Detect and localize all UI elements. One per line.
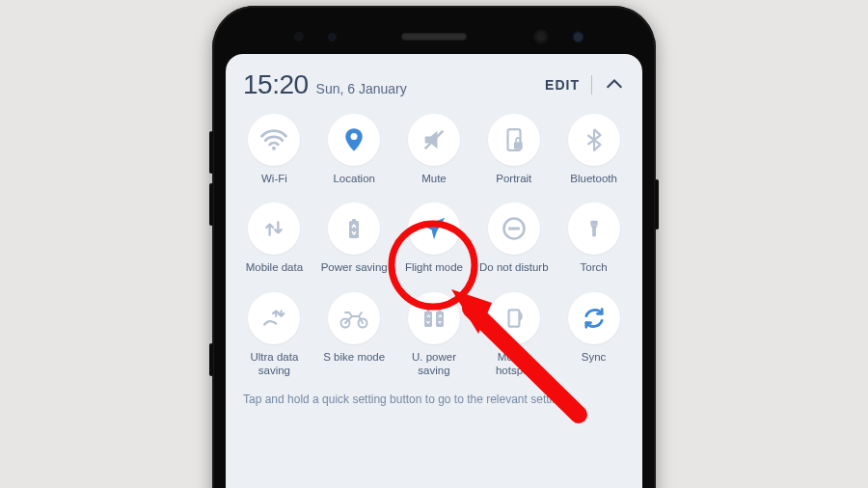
tile-mobile-data[interactable]: Mobile data bbox=[235, 203, 313, 274]
airplane-icon bbox=[420, 214, 448, 243]
tile-mute[interactable]: Mute bbox=[395, 114, 474, 185]
panel-header: 15:20 Sun, 6 January EDIT bbox=[226, 54, 642, 110]
svg-rect-5 bbox=[349, 221, 359, 238]
tile-do-not-disturb[interactable]: Do not disturb bbox=[475, 203, 553, 274]
portrait-lock-icon bbox=[502, 127, 527, 152]
svg-rect-14 bbox=[436, 312, 444, 327]
iris-sensor-icon bbox=[574, 33, 583, 41]
tile-label: Torch bbox=[581, 260, 608, 274]
phone-frame: 15:20 Sun, 6 January EDIT Wi-Fi Location… bbox=[212, 6, 656, 488]
bixby-button[interactable] bbox=[209, 343, 213, 376]
tile-flight-mode[interactable]: Flight mode bbox=[395, 203, 474, 274]
phone-bezel bbox=[212, 27, 656, 46]
mobile-data-icon bbox=[261, 216, 286, 241]
wifi-icon bbox=[259, 125, 288, 154]
sensor-dot-icon bbox=[328, 33, 337, 41]
sync-icon bbox=[581, 305, 608, 332]
clock-time: 15:20 bbox=[243, 69, 309, 100]
tile-label: Location bbox=[333, 172, 374, 185]
earpiece-speaker-icon bbox=[401, 33, 467, 41]
svg-rect-6 bbox=[352, 219, 356, 222]
tile-sync[interactable]: Sync bbox=[555, 292, 633, 378]
chevron-up-icon bbox=[604, 74, 625, 95]
clock-date: Sun, 6 January bbox=[316, 81, 407, 100]
tile-ultra-data-saving[interactable]: Ultra data saving bbox=[235, 292, 313, 378]
tile-power-saving[interactable]: Power saving bbox=[315, 203, 393, 274]
svg-rect-4 bbox=[514, 142, 523, 149]
edit-button[interactable]: EDIT bbox=[545, 77, 580, 93]
location-pin-icon bbox=[340, 126, 367, 153]
svg-point-0 bbox=[272, 147, 276, 150]
svg-point-1 bbox=[351, 133, 358, 140]
sensor-dot-icon bbox=[294, 32, 304, 41]
ultra-data-icon bbox=[259, 306, 288, 331]
motorcycle-icon bbox=[339, 307, 369, 330]
power-button[interactable] bbox=[655, 179, 659, 230]
front-camera-icon bbox=[535, 31, 547, 42]
tile-label: Portrait bbox=[496, 172, 531, 185]
tile-label: Power saving bbox=[321, 260, 388, 274]
tile-torch[interactable]: Torch bbox=[555, 203, 633, 274]
tile-u-power-saving[interactable]: U. power saving bbox=[395, 292, 474, 378]
quick-settings-panel: 15:20 Sun, 6 January EDIT Wi-Fi Location… bbox=[226, 54, 642, 488]
tile-s-bike-mode[interactable]: S bike mode bbox=[315, 292, 393, 378]
tile-label: Wi-Fi bbox=[261, 172, 287, 185]
torch-icon bbox=[583, 215, 605, 242]
tile-mobile-hotspot[interactable]: Mobile hotspot bbox=[475, 292, 553, 378]
svg-rect-13 bbox=[426, 310, 429, 312]
tile-label: Mute bbox=[421, 172, 447, 185]
svg-rect-9 bbox=[590, 221, 597, 226]
hint-text: Tap and hold a quick setting button to g… bbox=[226, 378, 642, 408]
quick-settings-grid: Wi-Fi Location Mute Portrait Bluetooth M bbox=[226, 110, 642, 378]
mute-icon bbox=[420, 126, 448, 153]
battery-recycle-icon bbox=[342, 216, 366, 241]
dual-battery-icon bbox=[420, 306, 448, 331]
svg-rect-15 bbox=[438, 310, 441, 312]
collapse-button[interactable] bbox=[604, 74, 625, 95]
dnd-icon bbox=[501, 215, 528, 242]
tile-label: Bluetooth bbox=[570, 172, 617, 185]
volume-up-button[interactable] bbox=[209, 131, 213, 174]
bluetooth-icon bbox=[582, 127, 607, 152]
tile-wifi[interactable]: Wi-Fi bbox=[235, 114, 313, 185]
tile-label: S bike mode bbox=[323, 350, 385, 364]
tile-label: U. power saving bbox=[399, 350, 469, 378]
tile-label: Do not disturb bbox=[479, 260, 549, 274]
tile-label: Flight mode bbox=[405, 260, 463, 274]
tile-label: Mobile data bbox=[246, 260, 303, 274]
divider bbox=[591, 75, 592, 95]
tile-label: Mobile hotspot bbox=[479, 350, 549, 378]
svg-rect-16 bbox=[508, 310, 519, 326]
tile-bluetooth[interactable]: Bluetooth bbox=[555, 114, 633, 185]
hotspot-icon bbox=[502, 306, 527, 331]
tile-label: Sync bbox=[582, 350, 607, 364]
tile-location[interactable]: Location bbox=[315, 114, 393, 185]
tile-label: Ultra data saving bbox=[239, 350, 309, 378]
volume-down-button[interactable] bbox=[209, 183, 213, 226]
tile-portrait[interactable]: Portrait bbox=[475, 114, 553, 185]
svg-rect-12 bbox=[424, 312, 432, 327]
